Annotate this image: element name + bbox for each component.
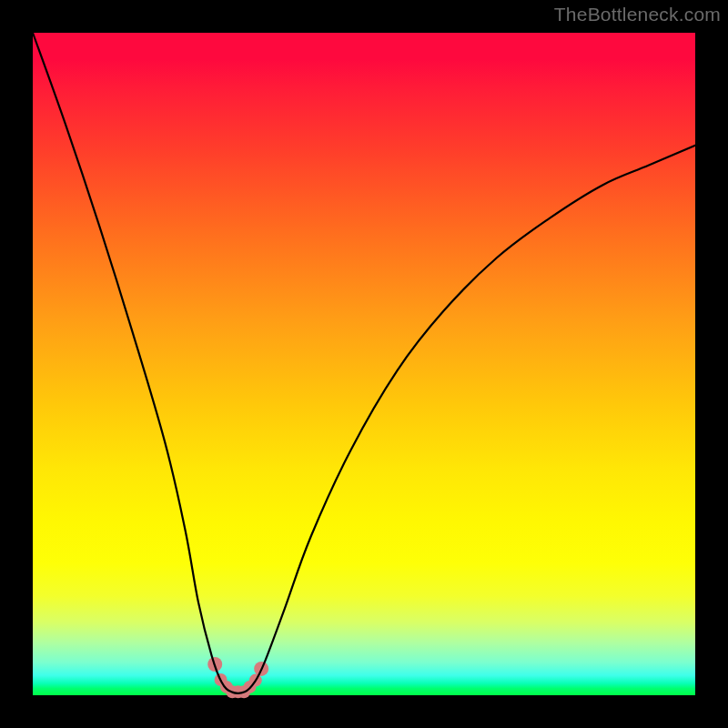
chart-frame: TheBottleneck.com	[0, 0, 728, 728]
marker-region	[207, 657, 268, 698]
plot-area	[33, 33, 695, 695]
curve-svg	[33, 33, 695, 695]
watermark-text: TheBottleneck.com	[554, 4, 721, 25]
bottleneck-curve	[33, 33, 695, 693]
